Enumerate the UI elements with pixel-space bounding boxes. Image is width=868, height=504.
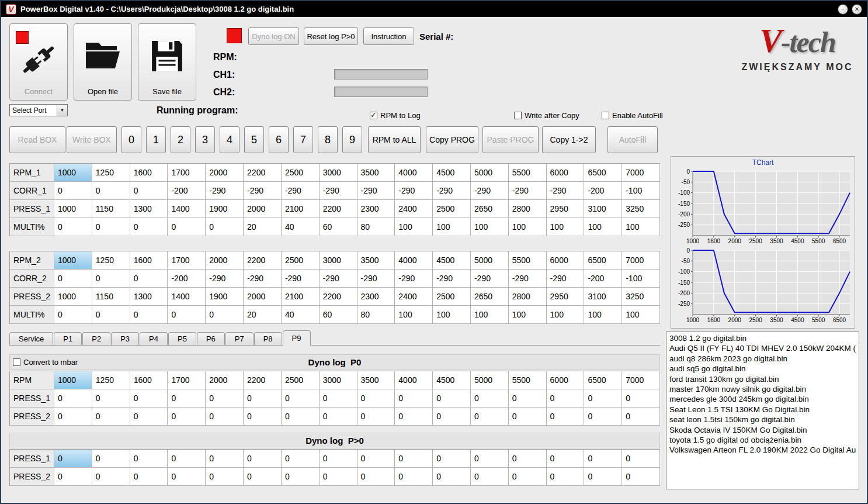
tab-service[interactable]: Service [9, 332, 53, 345]
cell-RPM_1-2[interactable]: 1600 [130, 164, 168, 182]
copy-prog-button[interactable]: Copy PROG [426, 126, 478, 153]
cell-CORR_1-0[interactable]: 0 [54, 182, 92, 200]
cell-RPM_2-11[interactable]: 5000 [471, 251, 509, 270]
cell-CORR_1-10[interactable]: -290 [433, 182, 471, 200]
cell-PRESS_1-8[interactable]: 0 [357, 450, 395, 468]
cell-MULTI%-3[interactable]: 0 [168, 218, 206, 236]
cell-PRESS_1-13[interactable]: 0 [547, 450, 585, 468]
cell-PRESS_1-5[interactable]: 2000 [244, 200, 282, 218]
cell-PRESS_2-6[interactable]: 0 [282, 408, 320, 426]
cell-PRESS_1-7[interactable]: 0 [320, 450, 357, 468]
cell-RPM_2-6[interactable]: 2500 [282, 251, 320, 270]
cell-PRESS_1-12[interactable]: 2800 [509, 200, 547, 218]
cell-MULTI%-5[interactable]: 20 [244, 218, 282, 236]
cell-PRESS_2-3[interactable]: 1400 [168, 288, 206, 306]
cell-PRESS_2-11[interactable]: 2650 [471, 288, 509, 306]
file-item[interactable]: Audi Q5 II (FY FL) 40 TDI MHEV 2.0 150kW… [666, 343, 859, 353]
cell-RPM-5[interactable]: 2200 [244, 371, 282, 389]
digit-button-1[interactable]: 1 [146, 126, 166, 153]
tab-p6[interactable]: P6 [197, 332, 225, 345]
cell-CORR_2-10[interactable]: -290 [433, 270, 471, 288]
file-item[interactable]: toyota 1.5 go digital od obciążenia.bin [666, 435, 859, 445]
cell-PRESS_1-11[interactable]: 2650 [471, 200, 509, 218]
cell-PRESS_2-14[interactable]: 0 [584, 408, 622, 426]
cell-PRESS_1-2[interactable]: 1300 [130, 200, 168, 218]
cell-RPM_1-3[interactable]: 1700 [168, 164, 206, 182]
cell-PRESS_2-3[interactable]: 0 [168, 408, 206, 426]
cell-MULTI%-12[interactable]: 100 [509, 306, 547, 324]
cell-RPM_2-15[interactable]: 7000 [622, 251, 660, 270]
cell-CORR_2-8[interactable]: -290 [357, 270, 395, 288]
cell-RPM_1-5[interactable]: 2200 [244, 164, 282, 182]
cell-RPM_1-8[interactable]: 3500 [357, 164, 395, 182]
cell-CORR_1-4[interactable]: -290 [206, 182, 244, 200]
cell-PRESS_1-2[interactable]: 0 [130, 389, 168, 408]
cell-CORR_1-2[interactable]: 0 [130, 182, 168, 200]
cell-RPM_2-0[interactable]: 1000 [54, 251, 92, 270]
cell-MULTI%-8[interactable]: 80 [357, 306, 395, 324]
cell-RPM_2-3[interactable]: 1700 [168, 251, 206, 270]
cell-RPM_2-9[interactable]: 4000 [395, 251, 433, 270]
cell-MULTI%-6[interactable]: 40 [282, 218, 320, 236]
autofill-button[interactable]: AutoFill [607, 126, 658, 153]
cell-RPM-13[interactable]: 6000 [547, 371, 585, 389]
cell-RPM-2[interactable]: 1600 [130, 371, 168, 389]
cell-MULTI%-12[interactable]: 100 [509, 218, 547, 236]
tab-p4[interactable]: P4 [140, 332, 168, 345]
cell-PRESS_1-9[interactable]: 0 [395, 450, 433, 468]
cell-PRESS_2-12[interactable]: 0 [509, 408, 547, 426]
write-box-button[interactable]: Write BOX [67, 126, 117, 153]
cell-CORR_2-15[interactable]: -100 [622, 270, 660, 288]
save-file-button[interactable]: Save file [138, 23, 196, 101]
cell-PRESS_2-1[interactable]: 0 [92, 468, 130, 486]
read-box-button[interactable]: Read BOX [9, 126, 65, 153]
cell-MULTI%-9[interactable]: 100 [395, 218, 433, 236]
cell-CORR_2-2[interactable]: 0 [130, 270, 168, 288]
cell-MULTI%-11[interactable]: 100 [471, 218, 509, 236]
enable-autofill-checkbox[interactable]: Enable AutoFill [602, 111, 663, 120]
cell-PRESS_1-4[interactable]: 1900 [206, 200, 244, 218]
cell-MULTI%-8[interactable]: 80 [357, 218, 395, 236]
cell-PRESS_1-1[interactable]: 0 [92, 450, 130, 468]
cell-PRESS_2-15[interactable]: 3250 [622, 288, 660, 306]
select-port-dropdown[interactable]: Select Port ▼ [9, 104, 68, 116]
cell-PRESS_1-6[interactable]: 0 [282, 389, 320, 408]
file-item[interactable]: seat leon 1.5tsi 150km go digital.bin [666, 415, 859, 424]
write-after-copy-checkbox[interactable]: Write after Copy [514, 111, 579, 120]
digit-button-6[interactable]: 6 [269, 126, 289, 153]
digit-button-3[interactable]: 3 [195, 126, 215, 153]
cell-PRESS_1-5[interactable]: 0 [244, 450, 282, 468]
paste-prog-button[interactable]: Paste PROG [482, 126, 539, 153]
digit-button-8[interactable]: 8 [318, 126, 338, 153]
cell-CORR_1-8[interactable]: -290 [357, 182, 395, 200]
cell-PRESS_1-8[interactable]: 0 [357, 389, 395, 408]
cell-RPM_1-6[interactable]: 2500 [282, 164, 320, 182]
cell-MULTI%-14[interactable]: 100 [584, 306, 622, 324]
cell-MULTI%-4[interactable]: 0 [206, 306, 244, 324]
tab-p9[interactable]: P9 [283, 330, 311, 346]
cell-PRESS_2-4[interactable]: 0 [206, 408, 244, 426]
cell-MULTI%-2[interactable]: 0 [130, 218, 168, 236]
cell-PRESS_2-4[interactable]: 1900 [206, 288, 244, 306]
cell-PRESS_2-5[interactable]: 0 [244, 468, 282, 486]
cell-PRESS_1-0[interactable]: 0 [54, 389, 92, 408]
tab-p8[interactable]: P8 [254, 332, 282, 345]
file-item[interactable]: Volkswagen Arteon FL 2.0 190KM 2022 Go D… [666, 445, 859, 455]
cell-PRESS_2-7[interactable]: 0 [320, 468, 357, 486]
cell-MULTI%-0[interactable]: 0 [54, 306, 92, 324]
cell-RPM-15[interactable]: 7000 [622, 371, 660, 389]
cell-PRESS_1-10[interactable]: 0 [433, 389, 471, 408]
cell-RPM_2-13[interactable]: 6000 [547, 251, 585, 270]
cell-PRESS_2-12[interactable]: 0 [509, 468, 547, 486]
instruction-button[interactable]: Instruction [363, 27, 414, 45]
file-item[interactable]: Skoda Octavia IV 150KM Go Digital.bin [666, 425, 859, 435]
cell-CORR_2-6[interactable]: -290 [282, 270, 320, 288]
cell-MULTI%-9[interactable]: 100 [395, 306, 433, 324]
cell-PRESS_1-14[interactable]: 0 [584, 389, 622, 408]
cell-CORR_1-1[interactable]: 0 [92, 182, 130, 200]
cell-CORR_1-6[interactable]: -290 [282, 182, 320, 200]
tab-p2[interactable]: P2 [82, 332, 110, 345]
cell-PRESS_2-8[interactable]: 2300 [357, 288, 395, 306]
cell-PRESS_2-12[interactable]: 2800 [509, 288, 547, 306]
cell-MULTI%-15[interactable]: 100 [622, 218, 660, 236]
